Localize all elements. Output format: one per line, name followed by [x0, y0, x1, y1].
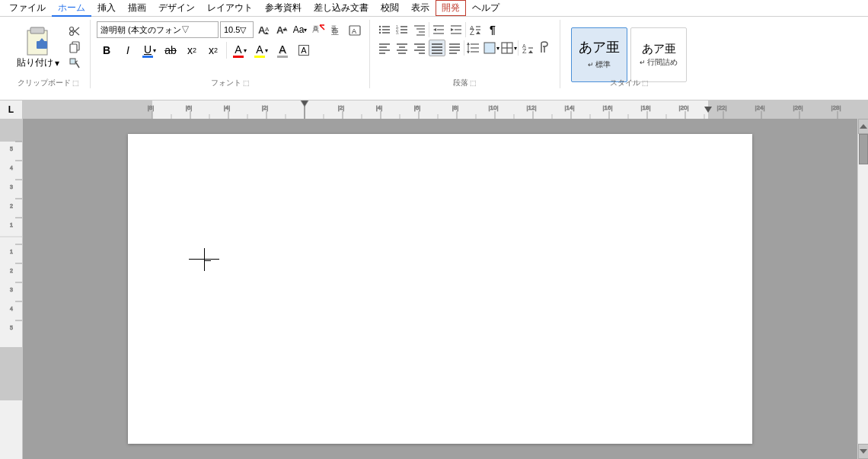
font-border-button[interactable]: A	[294, 40, 314, 60]
show-para-button[interactable]	[537, 40, 554, 56]
svg-text:|20|: |20|	[678, 104, 688, 111]
multilevel-list-button[interactable]	[411, 21, 428, 38]
svg-text:3.: 3.	[396, 30, 399, 35]
strikethrough-button[interactable]: ab	[161, 40, 180, 60]
document-page[interactable]	[128, 134, 752, 444]
format-painter-button[interactable]	[65, 56, 84, 71]
svg-text:Z: Z	[470, 28, 474, 37]
svg-text:|4|: |4|	[376, 104, 383, 111]
font-size-dropdown[interactable]: 10.5▽	[220, 21, 254, 38]
svg-text:|22|: |22|	[716, 104, 726, 111]
menu-help[interactable]: ヘルプ	[466, 0, 506, 16]
paragraph-expand-icon[interactable]: ⬚	[470, 79, 477, 87]
show-marks-button[interactable]: ¶	[484, 21, 501, 38]
distributed-button[interactable]	[446, 40, 463, 56]
justify-button[interactable]	[429, 40, 445, 56]
menu-mailings[interactable]: 差し込み文書	[308, 0, 375, 16]
svg-point-30	[379, 26, 381, 27]
cursor-tail	[205, 260, 211, 261]
menu-view[interactable]: 表示	[405, 0, 436, 16]
menu-layout[interactable]: レイアウト	[201, 0, 259, 16]
shrink-font-button[interactable]: A A	[273, 21, 290, 38]
font-expand-icon[interactable]: ⬚	[243, 79, 250, 87]
style-standard-card[interactable]: あア亜 ↵ 標準	[571, 27, 627, 82]
svg-point-31	[379, 29, 381, 30]
bold-button[interactable]: B	[97, 40, 116, 60]
font-name-dropdown[interactable]: 游明朝 (本文のフォン▽	[97, 21, 219, 38]
vertical-ruler: 5 4 3 2 1 1 2 3	[0, 119, 23, 459]
para-row1: 1. 2. 3.	[376, 21, 501, 38]
menu-file[interactable]: ファイル	[3, 0, 52, 16]
svg-text:5: 5	[10, 325, 13, 330]
font-color-button[interactable]: A ▾	[230, 40, 250, 60]
align-left-button[interactable]	[376, 40, 393, 56]
para-sep1	[429, 22, 429, 37]
sort-az-button[interactable]: A Z	[519, 40, 536, 56]
underline-button[interactable]: U ▾	[139, 40, 159, 60]
font-shadow-button[interactable]: A	[273, 40, 292, 60]
clipboard-small-buttons	[65, 24, 84, 71]
scrollbar-up-button[interactable]	[858, 119, 868, 134]
superscript-button[interactable]: x2	[203, 40, 223, 60]
svg-marker-44	[433, 28, 436, 31]
cut-button[interactable]	[65, 24, 84, 39]
italic-button[interactable]: I	[118, 40, 138, 60]
svg-rect-148	[0, 119, 23, 142]
menu-references[interactable]: 参考資料	[259, 0, 308, 16]
svg-text:|12|: |12|	[526, 104, 536, 111]
copy-button[interactable]	[65, 40, 84, 55]
para-sep4	[518, 40, 519, 56]
svg-text:3: 3	[10, 287, 13, 292]
borders-button[interactable]: ▾	[500, 40, 517, 56]
decrease-indent-button[interactable]	[430, 21, 447, 38]
style-tight-label: ↵ 行間詰め	[640, 57, 678, 68]
align-center-button[interactable]	[394, 40, 410, 56]
scrollbar-thumb[interactable]	[859, 134, 868, 164]
vertical-scrollbar[interactable]	[857, 119, 868, 459]
svg-text:|4|: |4|	[224, 104, 231, 111]
page-container[interactable]	[23, 119, 857, 459]
styles-label: スタイル ⬚	[610, 78, 649, 88]
svg-point-5	[70, 27, 74, 30]
paragraph-group: 1. 2. 3.	[370, 20, 560, 88]
unordered-list-button[interactable]	[376, 21, 393, 38]
svg-marker-89	[528, 50, 533, 53]
menu-developer[interactable]: 開発	[436, 0, 466, 16]
clear-format-button[interactable]: A 亜	[310, 21, 327, 38]
menu-home[interactable]: ホーム	[52, 0, 91, 16]
paragraph-label: 段落 ⬚	[453, 78, 477, 88]
menu-draw[interactable]: 描画	[122, 0, 152, 16]
style-tight-preview: あア亜	[642, 43, 676, 54]
menu-design[interactable]: デザイン	[152, 0, 201, 16]
menu-insert[interactable]: 挿入	[91, 0, 122, 16]
document-area: 5 4 3 2 1 1 2 3	[0, 119, 868, 459]
change-case-button[interactable]: Aa ▾	[292, 21, 308, 38]
enclosed-char-button[interactable]: A	[346, 21, 363, 38]
highlight-color-button[interactable]: A ▾	[251, 40, 271, 60]
ordered-list-button[interactable]: 1. 2. 3.	[394, 21, 410, 38]
svg-text:|18|: |18|	[640, 104, 650, 111]
svg-text:|8|: |8|	[148, 104, 155, 111]
scrollbar-down-button[interactable]	[858, 444, 868, 459]
subscript-button[interactable]: x2	[182, 40, 202, 60]
ruler-corner[interactable]: L	[0, 100, 23, 119]
para-sep2	[465, 22, 466, 37]
shading-button[interactable]: ▾	[483, 40, 499, 56]
svg-line-11	[75, 62, 79, 68]
para-sep3	[464, 40, 464, 56]
paste-button[interactable]: 貼り付け ▾	[12, 21, 64, 72]
scrollbar-track[interactable]	[858, 134, 868, 444]
styles-expand-icon[interactable]: ⬚	[642, 79, 649, 87]
clipboard-label: クリップボード ⬚	[18, 78, 79, 88]
phonetic-button[interactable]: 亜 亜	[328, 21, 345, 38]
grow-font-button[interactable]: A A	[255, 21, 272, 38]
svg-rect-82	[484, 43, 495, 53]
increase-indent-button[interactable]	[448, 21, 464, 38]
line-spacing-button[interactable]	[465, 40, 482, 56]
sort-button[interactable]: A Z	[467, 21, 483, 38]
align-right-button[interactable]	[411, 40, 428, 56]
app-window: ファイル ホーム 挿入 描画 デザイン レイアウト 参考資料 差し込み文書 校閲…	[0, 0, 868, 459]
style-tight-card[interactable]: あア亜 ↵ 行間詰め	[630, 27, 687, 82]
menu-review[interactable]: 校閲	[375, 0, 405, 16]
clipboard-expand-icon[interactable]: ⬚	[72, 79, 79, 87]
